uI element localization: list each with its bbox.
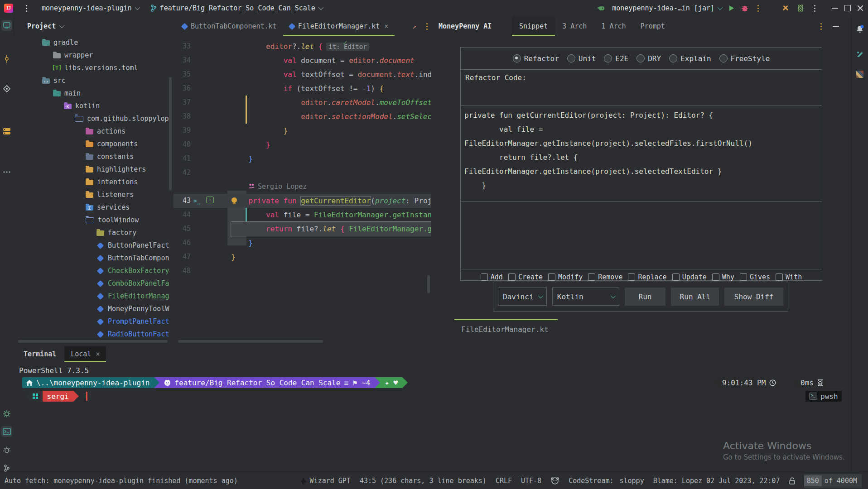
code-line[interactable]: 45return file?.let { FileEditorManager.g… [174, 222, 431, 236]
tree-item[interactable]: RadioButtonFact [14, 328, 174, 340]
tree-horizontal-scrollbar[interactable] [18, 340, 168, 343]
prompt-label-area[interactable]: Refactor Code: [461, 70, 822, 105]
tree-item[interactable]: highlighters [14, 163, 174, 176]
snippet-text-area[interactable]: private fun getCurrentEditor(project: Pr… [461, 105, 822, 202]
code-line[interactable]: 47} [174, 250, 431, 264]
code-line[interactable]: 36if (textOffset != -1) { [174, 82, 431, 96]
file-tab-label[interactable]: FileEditorManager.kt [461, 325, 549, 334]
ai-tab-snippet[interactable]: Snippet [512, 16, 555, 36]
tree-item[interactable]: FileEditorManag [14, 290, 174, 302]
code-line[interactable]: 44val file = FileEditorManager.getInstan… [174, 208, 431, 222]
terminal-tab-local[interactable]: Local × [64, 346, 106, 362]
maximize-button[interactable] [844, 5, 851, 11]
tree-item[interactable]: constants [14, 150, 174, 163]
window-more-icon[interactable] [811, 3, 818, 14]
tree-item[interactable]: PromptPanelFact [14, 315, 174, 328]
expand-editor-icon[interactable]: ↗ [412, 22, 416, 30]
encoding-widget[interactable]: UTF-8 [521, 477, 541, 485]
run-configuration-selector[interactable]: moneypenny-idea-…in [jar] [612, 4, 721, 12]
option-checkbox-gives[interactable]: Gives [740, 273, 770, 281]
editor-scrollbar[interactable] [427, 275, 430, 293]
option-checkbox-replace[interactable]: Replace [628, 273, 666, 281]
tree-item[interactable]: actions [14, 125, 174, 138]
robot-icon[interactable] [550, 477, 559, 485]
run-more-actions-icon[interactable] [755, 3, 762, 14]
editor-tab-buttontabcomponent[interactable]: ButtonTabComponent.kt [176, 16, 283, 36]
unlock-icon[interactable] [789, 477, 795, 484]
tree-item[interactable]: [T]libs.versions.toml [14, 62, 174, 74]
memory-indicator[interactable]: 850 of 4000M [804, 474, 862, 488]
mode-radio-dry[interactable]: DRY [637, 54, 661, 63]
mode-radio-unit[interactable]: Unit [567, 54, 596, 63]
status-message[interactable]: Auto fetch: moneypenny-idea-plugin finis… [5, 477, 238, 485]
commit-tool-icon[interactable] [1, 53, 12, 64]
minimize-button[interactable] [832, 8, 838, 9]
build-tools-icon[interactable] [781, 4, 790, 12]
tree-item[interactable]: main [14, 87, 174, 100]
tree-item[interactable]: ButtonPanelFact [14, 239, 174, 252]
tree-item[interactable]: ‹›src [14, 74, 174, 87]
code-line[interactable]: 39} [174, 124, 431, 138]
code-line[interactable]: 34val document = editor.document [174, 53, 431, 67]
tree-item[interactable]: wrapper [14, 49, 174, 62]
run-all-button[interactable]: Run All [671, 288, 719, 306]
close-tab-icon[interactable]: × [96, 350, 100, 358]
tree-item[interactable]: factory [14, 226, 174, 239]
tree-item[interactable]: toolWindow [14, 214, 174, 226]
editor-horizontal-scrollbar[interactable] [178, 340, 323, 343]
mode-radio-e2e[interactable]: E2E [604, 54, 628, 63]
code-line[interactable]: 41} [174, 152, 431, 166]
option-checkbox-add[interactable]: Add [481, 273, 503, 281]
editor-tab-fileeditormanager[interactable]: FileEditorManager.kt × [283, 16, 395, 36]
ai-tab-1-arch[interactable]: 1 Arch [594, 16, 633, 36]
code-line[interactable]: 40} [174, 138, 431, 152]
tree-item[interactable]: gradle [14, 36, 174, 49]
option-checkbox-why[interactable]: Why [712, 273, 734, 281]
language-select[interactable]: Kotlin [552, 288, 619, 306]
code-line[interactable]: 42 [174, 166, 431, 180]
run-gutter-icon[interactable]: >_ [193, 194, 200, 208]
option-checkbox-remove[interactable]: Remove [588, 273, 622, 281]
blame-widget[interactable]: Blame: Lopez 02 Jul 2023, 22:07 [653, 477, 780, 485]
code-editor[interactable]: 33editor?.let {it: Editor34val document … [174, 36, 432, 346]
inspections-ok-icon[interactable]: ✓ [343, 38, 347, 47]
code-line[interactable]: 35val textOffset = document.text.indexOf… [174, 67, 431, 82]
tree-item[interactable]: com.github.sloppylop [14, 112, 174, 125]
wizard-gpt-widget[interactable]: Wizard GPT [300, 477, 351, 485]
close-tab-icon[interactable]: × [384, 22, 388, 30]
ai-options-icon[interactable] [818, 21, 825, 32]
project-tool-window-header[interactable]: Project [27, 16, 63, 36]
run-button[interactable] [728, 5, 735, 12]
notifications-bell-icon[interactable] [854, 24, 865, 34]
option-checkbox-create[interactable]: Create [508, 273, 543, 281]
mode-radio-freestyle[interactable]: FreeStyle [719, 54, 770, 63]
tree-item[interactable]: CheckBoxFactory [14, 264, 174, 277]
services-tool-icon[interactable] [1, 126, 12, 137]
close-button[interactable] [857, 5, 863, 11]
terminal-tool-icon[interactable] [1, 426, 12, 437]
structure-tool-icon[interactable] [1, 83, 12, 94]
caret-position-widget[interactable]: 43:5 (236 chars, 3 line breaks) [360, 477, 487, 485]
tree-item[interactable]: components [14, 138, 174, 150]
tree-item[interactable]: Σservices [14, 201, 174, 214]
plugin-atom-icon[interactable] [796, 4, 805, 13]
tree-vertical-scrollbar[interactable] [169, 77, 172, 190]
main-menu-icon[interactable] [23, 3, 30, 14]
tree-item[interactable]: listeners [14, 188, 174, 201]
mode-radio-explain[interactable]: Explain [669, 54, 711, 63]
code-line[interactable]: 38editor.selectionModel.setSelection(tex… [174, 110, 431, 124]
mode-radio-refactor[interactable]: Refactor [513, 54, 559, 63]
model-select[interactable]: Davinci [498, 288, 547, 306]
codestream-widget[interactable]: CodeStream: sloppy [569, 477, 644, 485]
ai-assistant-icon[interactable] [854, 49, 865, 60]
problems-tool-icon[interactable] [1, 445, 12, 455]
option-checkbox-with[interactable]: With [776, 273, 802, 281]
tree-item[interactable]: ButtonTabCompon [14, 252, 174, 264]
add-comment-icon[interactable]: + [206, 197, 214, 203]
vcs-branch-selector[interactable]: feature/Big_Refactor_So_Code_Can_Scale [150, 4, 322, 12]
tree-item[interactable]: ComboBoxPanelFa [14, 277, 174, 290]
code-line[interactable]: 46} [174, 236, 431, 250]
run-button[interactable]: Run [625, 288, 666, 306]
show-diff-button[interactable]: Show Diff [724, 288, 783, 306]
option-checkbox-modify[interactable]: Modify [548, 273, 583, 281]
